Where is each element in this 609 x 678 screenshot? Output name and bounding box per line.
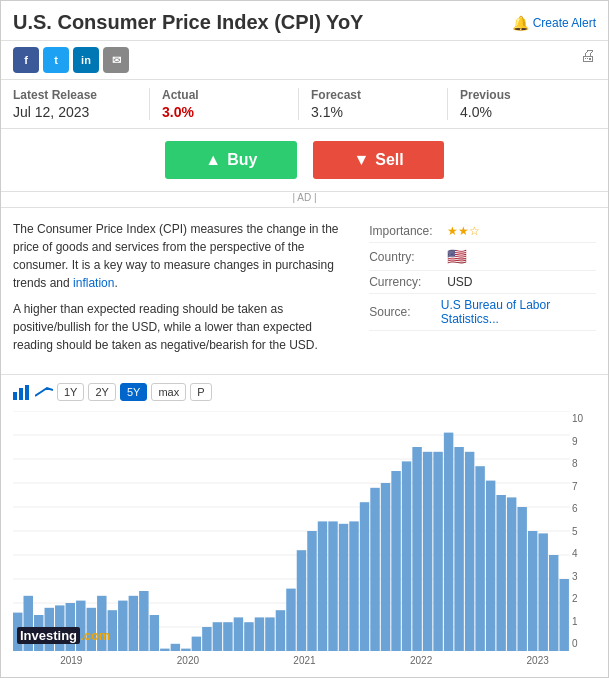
page-title: U.S. Consumer Price Index (CPI) YoY [13, 11, 363, 34]
currency-value: USD [447, 275, 472, 289]
svg-rect-36 [244, 622, 253, 651]
forecast-col: Forecast 3.1% [298, 88, 447, 120]
svg-rect-42 [307, 531, 316, 651]
y-label-3: 3 [572, 571, 596, 582]
currency-label: Currency: [369, 275, 439, 289]
svg-rect-45 [339, 524, 348, 651]
svg-rect-35 [234, 617, 243, 651]
y-label-0: 0 [572, 638, 596, 649]
buy-arrow-icon: ▲ [205, 151, 221, 169]
email-button[interactable]: ✉ [103, 47, 129, 73]
svg-rect-57 [465, 452, 474, 651]
actual-value: 3.0% [162, 104, 286, 120]
importance-label: Importance: [369, 224, 439, 238]
svg-rect-61 [507, 497, 516, 651]
create-alert-button[interactable]: 🔔 Create Alert [512, 15, 596, 31]
y-label-10: 10 [572, 413, 596, 424]
svg-rect-60 [496, 495, 505, 651]
chart-area: 10 9 8 7 6 5 4 3 2 1 0 Investing.com [13, 411, 596, 651]
y-label-7: 7 [572, 481, 596, 492]
svg-rect-46 [349, 521, 358, 651]
svg-rect-47 [360, 502, 369, 651]
buy-button[interactable]: ▲ Buy [165, 141, 297, 179]
svg-rect-59 [486, 481, 495, 651]
svg-rect-48 [370, 488, 379, 651]
actual-col: Actual 3.0% [149, 88, 298, 120]
x-label-2021: 2021 [293, 655, 315, 666]
linkedin-button[interactable]: in [73, 47, 99, 73]
1y-button[interactable]: 1Y [57, 383, 84, 401]
bell-icon: 🔔 [512, 15, 529, 31]
svg-rect-65 [549, 555, 558, 651]
inflation-link[interactable]: inflation [73, 276, 114, 290]
y-label-6: 6 [572, 503, 596, 514]
svg-rect-28 [160, 649, 169, 651]
country-label: Country: [369, 250, 439, 264]
stats-row: Latest Release Jul 12, 2023 Actual 3.0% … [1, 80, 608, 129]
buy-label: Buy [227, 151, 257, 169]
bar-chart-icon[interactable] [13, 384, 31, 400]
description-text: The Consumer Price Index (CPI) measures … [13, 220, 353, 362]
svg-rect-62 [517, 507, 526, 651]
description-paragraph-1: The Consumer Price Index (CPI) measures … [13, 220, 353, 292]
5y-button[interactable]: 5Y [120, 383, 147, 401]
svg-rect-41 [297, 550, 306, 651]
actual-label: Actual [162, 88, 286, 102]
svg-rect-44 [328, 521, 337, 651]
svg-rect-29 [171, 644, 180, 651]
max-button[interactable]: max [151, 383, 186, 401]
create-alert-label: Create Alert [533, 16, 596, 30]
x-axis: 2019 2020 2021 2022 2023 [13, 651, 596, 674]
forecast-value: 3.1% [311, 104, 435, 120]
svg-rect-50 [391, 471, 400, 651]
importance-stars: ★★☆ [447, 224, 480, 238]
y-label-5: 5 [572, 526, 596, 537]
previous-value: 4.0% [460, 104, 584, 120]
svg-rect-40 [286, 589, 295, 651]
twitter-button[interactable]: t [43, 47, 69, 73]
source-link[interactable]: U.S Bureau of Labor Statistics... [441, 298, 596, 326]
chart-section: 1Y 2Y 5Y max P [1, 375, 608, 674]
description-paragraph-2: A higher than expected reading should be… [13, 300, 353, 354]
latest-release-date: Jul 12, 2023 [13, 104, 137, 120]
sell-button[interactable]: ▼ Sell [313, 141, 443, 179]
svg-rect-38 [265, 617, 274, 651]
svg-rect-30 [181, 649, 190, 651]
svg-rect-63 [528, 531, 537, 651]
source-row: Source: U.S Bureau of Labor Statistics..… [369, 294, 596, 331]
svg-rect-0 [13, 392, 17, 400]
svg-rect-31 [192, 637, 201, 651]
print-icon[interactable]: 🖨 [580, 47, 596, 73]
svg-rect-25 [129, 596, 138, 651]
ad-label: | AD | [1, 192, 608, 207]
latest-release-col: Latest Release Jul 12, 2023 [13, 88, 149, 120]
latest-release-label: Latest Release [13, 88, 137, 102]
source-label: Source: [369, 305, 433, 319]
bar-chart-svg [13, 411, 596, 651]
svg-rect-32 [202, 627, 211, 651]
facebook-button[interactable]: f [13, 47, 39, 73]
svg-rect-49 [381, 483, 390, 651]
y-label-2: 2 [572, 593, 596, 604]
2y-button[interactable]: 2Y [88, 383, 115, 401]
chart-controls: 1Y 2Y 5Y max P [13, 383, 596, 407]
x-label-2020: 2020 [177, 655, 199, 666]
y-label-8: 8 [572, 458, 596, 469]
svg-rect-37 [255, 617, 264, 651]
watermark-investing: Investing [17, 627, 80, 644]
svg-rect-58 [475, 466, 484, 651]
svg-rect-66 [559, 579, 568, 651]
svg-rect-56 [454, 447, 463, 651]
country-flag: 🇺🇸 [447, 247, 467, 266]
svg-rect-34 [223, 622, 232, 651]
y-label-9: 9 [572, 436, 596, 447]
svg-rect-26 [139, 591, 148, 651]
header: U.S. Consumer Price Index (CPI) YoY 🔔 Cr… [1, 1, 608, 41]
watermark: Investing.com [17, 628, 110, 643]
x-label-2023: 2023 [527, 655, 549, 666]
previous-label: Previous [460, 88, 584, 102]
line-chart-icon[interactable] [35, 384, 53, 400]
p-button[interactable]: P [190, 383, 211, 401]
svg-rect-52 [412, 447, 421, 651]
description-section: The Consumer Price Index (CPI) measures … [1, 208, 608, 375]
